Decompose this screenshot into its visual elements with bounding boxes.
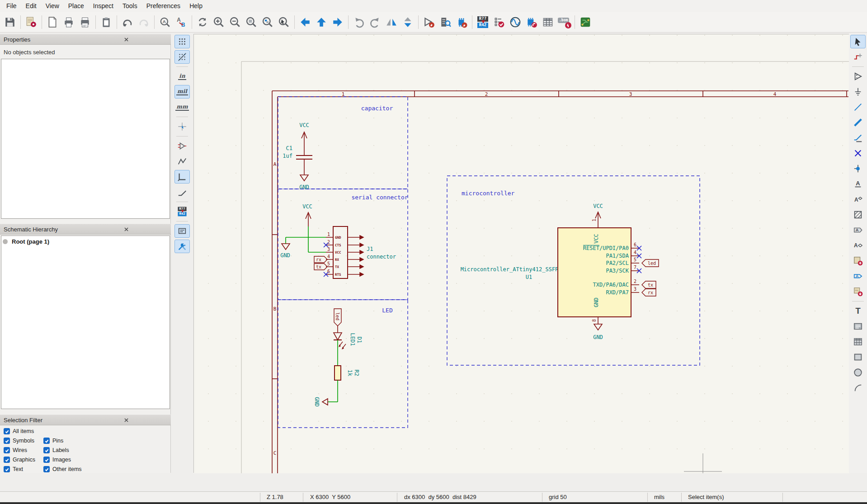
checkbox-checked[interactable] xyxy=(4,466,10,472)
hierarchy-root-item[interactable]: Root (page 1) xyxy=(3,238,49,245)
find-replace-button[interactable] xyxy=(173,14,189,31)
grid-visibility-button[interactable] xyxy=(174,35,190,48)
menu-view[interactable]: View xyxy=(41,0,64,12)
properties-close-button[interactable] xyxy=(85,36,167,42)
zoom-fit-button[interactable] xyxy=(243,14,259,31)
add-wire-button[interactable] xyxy=(850,100,866,114)
open-pcb-editor-button[interactable] xyxy=(577,14,594,31)
units-mils-button[interactable]: mil xyxy=(174,85,190,99)
export-bom-button[interactable]: .bom xyxy=(556,14,572,31)
assign-footprints-button[interactable] xyxy=(523,14,540,31)
properties-panel-toggle[interactable] xyxy=(174,240,190,253)
filter-all-items[interactable]: All items xyxy=(4,428,34,434)
checkbox-checked[interactable] xyxy=(43,447,50,453)
units-inches-button[interactable]: in xyxy=(174,70,190,83)
add-textbox-button[interactable] xyxy=(850,320,866,333)
hidden-pins-button[interactable] xyxy=(174,139,190,153)
crosshair-cursor-button[interactable] xyxy=(174,120,190,133)
mcu-section-label[interactable]: microcontroller xyxy=(462,190,515,197)
resistor-symbol[interactable] xyxy=(335,366,341,380)
find-button[interactable] xyxy=(157,14,173,31)
add-symbol-button[interactable] xyxy=(850,70,866,83)
undo-button[interactable] xyxy=(119,14,136,31)
rotate-cw-button[interactable] xyxy=(367,14,383,31)
menu-inspect[interactable]: Inspect xyxy=(89,0,118,12)
menu-preferences[interactable]: Preferences xyxy=(142,0,185,12)
sheet-pin-button[interactable] xyxy=(850,269,866,283)
add-power-button[interactable] xyxy=(850,85,866,99)
checkbox-checked[interactable] xyxy=(43,438,50,444)
edit-symbol-button[interactable] xyxy=(421,14,437,31)
refresh-button[interactable] xyxy=(194,14,211,31)
draw-arc-button[interactable] xyxy=(850,381,866,395)
page-settings-button[interactable] xyxy=(44,14,61,31)
filter-text[interactable]: Text xyxy=(4,466,23,472)
nav-back-button[interactable] xyxy=(297,14,313,31)
hierarchical-label-button[interactable] xyxy=(850,239,866,252)
wires-45-button[interactable] xyxy=(174,185,190,199)
highlight-net-button[interactable] xyxy=(850,50,866,64)
nav-forward-button[interactable] xyxy=(330,14,346,31)
simulator-button[interactable] xyxy=(507,14,523,31)
filter-other-items[interactable]: Other items xyxy=(43,466,82,472)
zoom-objects-button[interactable] xyxy=(259,14,276,31)
menu-edit[interactable]: Edit xyxy=(21,0,41,12)
plot-button[interactable] xyxy=(77,14,93,31)
filter-labels[interactable]: Labels xyxy=(43,447,69,453)
add-bus-button[interactable] xyxy=(850,116,866,129)
zoom-out-button[interactable] xyxy=(227,14,243,31)
checkbox-checked[interactable] xyxy=(4,457,10,463)
capacitor-section-label[interactable]: capacitor xyxy=(361,105,393,112)
add-junction-button[interactable] xyxy=(850,162,866,175)
nav-up-button[interactable] xyxy=(313,14,330,31)
draw-rectangle-button[interactable] xyxy=(850,350,866,364)
checkbox-checked[interactable] xyxy=(43,466,50,472)
redo-button[interactable] xyxy=(136,14,152,31)
grid-overrides-button[interactable] xyxy=(174,50,190,64)
filter-images[interactable]: Images xyxy=(43,457,71,463)
no-connect-button[interactable] xyxy=(850,146,866,160)
zoom-selection-button[interactable] xyxy=(276,14,292,31)
add-table-button[interactable] xyxy=(850,335,866,349)
menu-tools[interactable]: Tools xyxy=(118,0,142,12)
menu-place[interactable]: Place xyxy=(64,0,89,12)
menu-file[interactable]: File xyxy=(2,0,21,12)
hidden-fields-button[interactable]: R?? R42 xyxy=(174,205,190,218)
menu-help[interactable]: Help xyxy=(185,0,207,12)
draw-circle-button[interactable] xyxy=(850,366,866,379)
global-label-button[interactable] xyxy=(850,223,866,237)
sync-sheet-pins-button[interactable] xyxy=(850,285,866,298)
schematic-canvas[interactable]: 1 2 3 4 A B C capacitor serial connector… xyxy=(193,34,849,473)
filter-pins[interactable]: Pins xyxy=(43,438,63,444)
annotate-button[interactable]: R?? R42 xyxy=(475,14,491,31)
add-sheet-button[interactable] xyxy=(850,254,866,268)
checkbox-checked[interactable] xyxy=(43,457,50,463)
select-tool-button[interactable] xyxy=(850,35,866,48)
symbol-fields-table-button[interactable] xyxy=(540,14,556,31)
mirror-vertical-button[interactable] xyxy=(400,14,416,31)
schematic-setup-button[interactable] xyxy=(23,14,39,31)
rotate-ccw-button[interactable] xyxy=(351,14,367,31)
serial-section-label[interactable]: serial connector xyxy=(351,194,408,201)
directive-labels-button[interactable] xyxy=(174,224,190,238)
wire-to-bus-entry-button[interactable] xyxy=(850,131,866,145)
free-angle-wires-button[interactable] xyxy=(174,155,190,168)
checkbox-checked[interactable] xyxy=(4,438,10,444)
filter-wires[interactable]: Wires xyxy=(4,447,27,453)
zoom-in-button[interactable] xyxy=(211,14,227,31)
checkbox-checked[interactable] xyxy=(4,447,10,453)
led-section-label[interactable]: LED xyxy=(382,307,393,314)
filter-symbols[interactable]: Symbols xyxy=(4,438,34,444)
rule-area-button[interactable] xyxy=(850,208,866,221)
netclass-directive-button[interactable] xyxy=(850,193,866,206)
add-text-button[interactable] xyxy=(850,304,866,318)
filter-close-button[interactable] xyxy=(85,417,167,423)
print-button[interactable] xyxy=(61,14,77,31)
units-mm-button[interactable]: mm xyxy=(174,100,190,114)
hierarchy-close-button[interactable] xyxy=(85,226,167,232)
net-label-button[interactable] xyxy=(850,177,866,191)
browse-libraries-button[interactable] xyxy=(437,14,453,31)
paste-button[interactable] xyxy=(98,14,114,31)
save-button[interactable] xyxy=(2,14,18,31)
mirror-horizontal-button[interactable] xyxy=(383,14,400,31)
